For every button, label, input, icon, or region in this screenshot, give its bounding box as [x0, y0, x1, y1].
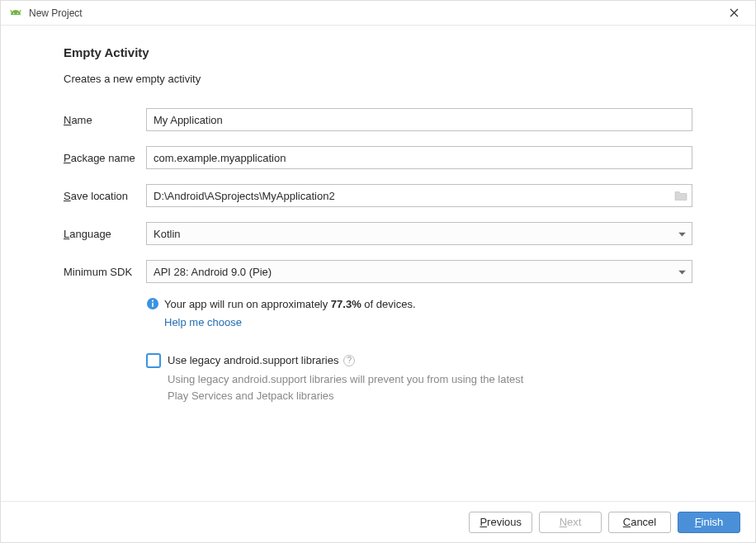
previous-button[interactable]: Previous: [469, 512, 532, 533]
row-name: Name: [64, 108, 692, 131]
legacy-libraries-row: Use legacy android.support libraries ? U…: [146, 353, 692, 404]
dialog-title: New Project: [29, 7, 717, 19]
device-coverage-info: Your app will run on approximately 77.3%…: [146, 296, 692, 330]
svg-rect-3: [152, 303, 154, 307]
titlebar: New Project: [1, 1, 755, 26]
close-button[interactable]: [717, 2, 750, 25]
label-package: Package name: [64, 152, 146, 164]
legacy-libraries-label: Use legacy android.support libraries: [168, 354, 338, 366]
svg-point-4: [152, 300, 154, 302]
legacy-libraries-hint: Using legacy android.support libraries w…: [168, 371, 547, 404]
language-select[interactable]: Kotlin: [146, 222, 692, 245]
coverage-suffix: of devices.: [361, 298, 416, 310]
folder-icon: [674, 191, 687, 201]
svg-point-1: [17, 12, 19, 14]
label-save-location: Save location: [64, 190, 146, 202]
help-icon[interactable]: ?: [343, 355, 355, 366]
android-icon: [9, 7, 22, 20]
page-heading: Empty Activity: [64, 45, 692, 59]
dialog-content: Empty Activity Creates a new empty activ…: [1, 26, 755, 501]
row-save-location: Save location: [64, 184, 692, 207]
legacy-libraries-checkbox[interactable]: [146, 353, 161, 368]
coverage-prefix: Your app will run on approximately: [164, 298, 331, 310]
help-me-choose-link[interactable]: Help me choose: [164, 314, 242, 331]
browse-folder-button[interactable]: [674, 191, 687, 201]
chevron-down-icon: [678, 228, 686, 240]
language-value: Kotlin: [154, 228, 181, 240]
info-icon: [146, 297, 159, 310]
minimum-sdk-select[interactable]: API 28: Android 9.0 (Pie): [146, 260, 692, 283]
row-language: Language Kotlin: [64, 222, 692, 245]
chevron-down-icon: [678, 266, 686, 278]
label-name: Name: [64, 114, 146, 126]
row-min-sdk: Minimum SDK API 28: Android 9.0 (Pie): [64, 260, 692, 283]
minimum-sdk-value: API 28: Android 9.0 (Pie): [154, 266, 272, 278]
finish-button[interactable]: Finish: [678, 512, 740, 533]
next-button: Next: [539, 512, 602, 533]
save-location-input[interactable]: [146, 184, 692, 207]
name-input[interactable]: [146, 108, 692, 131]
label-min-sdk: Minimum SDK: [64, 266, 146, 278]
svg-point-0: [13, 12, 15, 14]
cancel-button[interactable]: Cancel: [608, 512, 671, 533]
row-package: Package name: [64, 146, 692, 169]
page-subtitle: Creates a new empty activity: [64, 73, 692, 85]
coverage-percentage: 77.3%: [331, 298, 361, 310]
new-project-dialog: New Project Empty Activity Creates a new…: [0, 0, 756, 543]
close-icon: [730, 8, 739, 17]
label-language: Language: [64, 228, 146, 240]
package-name-input[interactable]: [146, 146, 692, 169]
dialog-footer: Previous Next Cancel Finish: [1, 501, 755, 542]
